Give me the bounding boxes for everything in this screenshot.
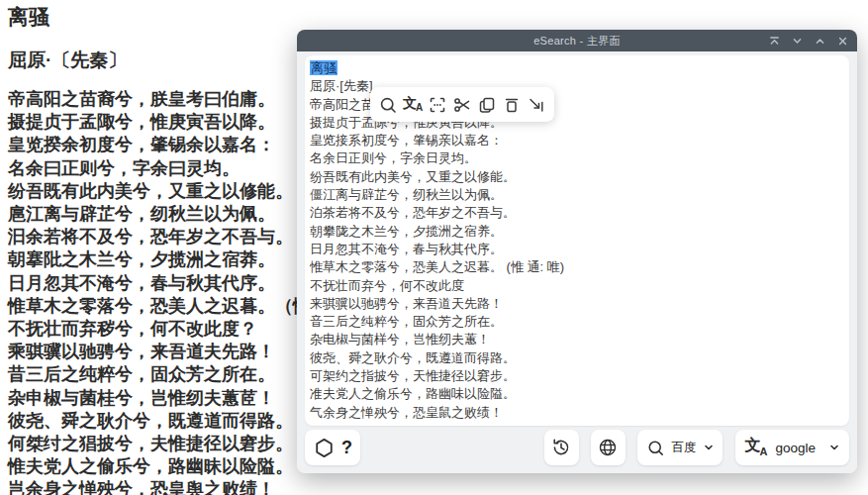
esearch-window: eSearch - 主界面 离骚 屈原·[先秦] 帝高阳之苗裔兮，朕皇考日伯庸。… [297, 30, 857, 473]
cut-icon[interactable] [451, 93, 473, 117]
ocr-scan-icon[interactable] [427, 93, 448, 117]
chevron-down-icon [829, 443, 839, 452]
selection-toolbar: 文A [370, 87, 554, 122]
editor-line: 名余日正则兮，字余日灵均。 [310, 149, 844, 167]
history-icon [550, 437, 572, 458]
poem-line: 朝搴阰之木兰兮，夕揽洲之宿莽。 [8, 248, 311, 271]
background-doc-poem: 帝高阳之苗裔兮，朕皇考曰伯庸。 摄提贞于孟陬兮，惟庚寅吾以降。 皇览揆余初度兮，… [8, 88, 311, 495]
poem-line: 扈江离与辟芷兮，纫秋兰以为佩。 [8, 203, 311, 226]
editor-line: 朝攀陇之木兰兮，夕揽洲之宿养。 [310, 223, 844, 241]
search-engine-value: 百度 [672, 440, 697, 456]
editor-line: 纷吾既有此内美兮，又重之以修能。 [310, 168, 844, 186]
editor-line: 可架约之指披兮，天惟捷径以窘步。 [310, 367, 844, 385]
maximize-icon[interactable] [815, 36, 825, 47]
poem-line: 日月忽其不淹兮，春与秋其代序。 [8, 272, 311, 295]
editor-line: 不抚壮而弃兮，何不改此度 [310, 277, 844, 295]
poem-line: 名余曰正则兮，字余曰灵均。 [8, 157, 311, 180]
selected-text: 离骚 [310, 60, 338, 75]
poem-line: 不抚壮而弃秽兮，何不改此度？ [8, 318, 311, 341]
editor-line: 来骐骥以驰骋兮，来吾道天先路！ [310, 295, 844, 313]
desktop: 离骚 屈原·〔先秦〕 帝高阳之苗裔兮，朕皇考曰伯庸。 摄提贞于孟陬兮，惟庚寅吾以… [0, 0, 868, 495]
background-doc-title: 离骚 [8, 3, 49, 31]
editor-line: 准夫党人之偷乐兮，路幽味以险隘。 [310, 385, 844, 403]
poem-line: 昔三后之纯粹兮，固众芳之所在。 [8, 363, 311, 386]
editor-line: 日月忽其不淹兮，春与秋其代序。 [310, 241, 844, 258]
search-icon[interactable] [377, 93, 399, 117]
window-body: 离骚 屈原·[先秦] 帝高阳之苗裔兮，朕皇考日伯庸。 摄提贞于孟隙兮，惟庚寅吾以… [297, 51, 857, 473]
poem-line: 纷吾既有此内美兮，又重之以修能。 [8, 180, 311, 203]
poem-line: 彼尧、舜之耿介兮，既遵道而得路。 [8, 410, 311, 433]
poem-line: 帝高阳之苗裔兮，朕皇考曰伯庸。 [8, 88, 311, 111]
editor-line: 杂电椒与菌样兮，岂惟纫夫蕙！ [310, 331, 844, 348]
window-controls [769, 30, 848, 51]
poem-line: 乘骐骥以驰骋兮，来吾道夫先路！ [8, 341, 311, 363]
poem-line: 惟草木之零落兮，恐美人之迟暮。（惟 [8, 295, 311, 318]
translate-icon: 文A [745, 438, 768, 457]
poem-line: 皇览揆余初度兮，肇锡余以嘉名： [8, 134, 311, 156]
copy-icon[interactable] [476, 93, 498, 117]
editor-line: 皇览接系初度兮，肇锡亲以嘉名： [310, 132, 844, 149]
hexagon-icon[interactable] [313, 437, 336, 459]
history-button[interactable] [544, 430, 579, 465]
translate-engine-value: google [775, 441, 816, 455]
delete-icon[interactable] [501, 93, 523, 117]
globe-icon [597, 437, 619, 458]
poem-line: 岂余身之惮殃兮，恐皇舆之败绩！ [8, 478, 311, 495]
editor-line: 彼尧、舜之耿介兮，既遵道而得路。 [310, 349, 844, 367]
editor-line: 音三后之纯粹兮，固众芳之所在。 [310, 313, 844, 331]
minimize-icon[interactable] [792, 36, 803, 47]
search-icon [646, 439, 665, 457]
close-icon[interactable] [837, 36, 848, 47]
background-doc-author: 屈原·〔先秦〕 [8, 48, 127, 73]
bottom-bar: ? 百度 文A google [305, 430, 849, 465]
web-button[interactable] [591, 430, 626, 465]
editor-line: 僵江离与辟芷兮，纫秋兰以为佩。 [310, 186, 844, 204]
poem-line: 惟夫党人之偷乐兮，路幽昧以险隘。 [8, 455, 311, 478]
poem-line: 杂申椒与菌桂兮，岂惟纫夫蕙茝！ [8, 387, 311, 410]
editor-line: 气余身之惮殃兮，恐皇鼠之败绩！ [310, 404, 844, 422]
translate-icon[interactable]: 文A [402, 93, 424, 117]
chevron-down-icon [704, 443, 714, 452]
editor-line: 泊茶若将不及兮，恐年岁之不吾与。 [310, 204, 844, 222]
titlebar[interactable]: eSearch - 主界面 [297, 30, 857, 51]
left-action-group: ? [305, 430, 360, 465]
search-engine-selector[interactable]: 百度 [637, 430, 723, 465]
editor-line: 惟草木之零落兮，恐美人之迟暮。 (惟 通: 唯) [310, 258, 844, 276]
help-icon[interactable]: ? [341, 438, 352, 458]
translate-engine-selector[interactable]: 文A google [735, 430, 850, 465]
poem-line: 汩余若将不及兮，恐年岁之不吾与。 [8, 226, 311, 248]
poem-line: 何桀纣之猖披兮，夫惟捷径以窘步。 [8, 433, 311, 455]
pin-on-top-icon[interactable] [769, 36, 780, 47]
window-title: eSearch - 主界面 [533, 34, 621, 49]
poem-line: 摄提贞于孟陬兮，惟庚寅吾以降。 [8, 111, 311, 134]
send-to-corner-icon[interactable] [526, 93, 547, 117]
